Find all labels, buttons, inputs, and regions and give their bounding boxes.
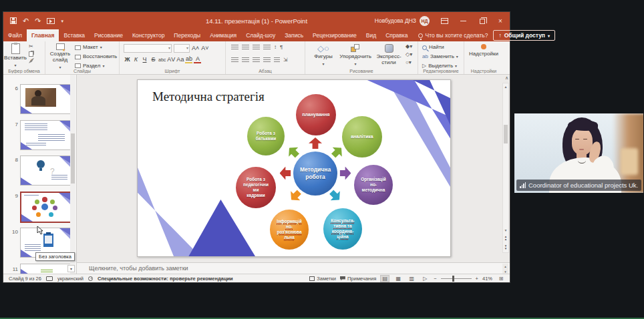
replace-button[interactable]: abЗаменить▾ [422, 53, 458, 61]
tab-slideshow[interactable]: Слайд-шоу [241, 29, 280, 41]
scroll-down-icon[interactable]: ▼ [503, 227, 508, 234]
columns-icon[interactable] [274, 57, 280, 63]
bubble-consultative[interactable]: Консульта- тивна та координа- ційна [323, 208, 362, 250]
zoom-out-icon[interactable]: − [434, 276, 436, 282]
bold-button[interactable]: Ж [124, 57, 131, 63]
slide-title[interactable]: Методична стратегія [152, 89, 265, 104]
text-shadow-button[interactable]: abc [158, 57, 166, 62]
webcam-overlay[interactable]: Coordinator of educational projects Uk..… [514, 113, 643, 193]
zoom-slider[interactable] [441, 278, 472, 279]
decrease-indent-icon[interactable] [253, 45, 260, 51]
shape-outline-icon[interactable]: ◇▾ [406, 52, 412, 58]
align-left-icon[interactable] [231, 57, 238, 63]
reset-button[interactable]: Восстановить [75, 53, 117, 61]
ribbon-display-options-button[interactable] [435, 12, 454, 29]
start-slideshow-icon[interactable] [47, 18, 55, 24]
zoom-slider-thumb[interactable] [452, 276, 454, 282]
bubble-planning[interactable]: планування [296, 94, 336, 135]
accessibility-status[interactable]: Специальные возможности: проверьте реком… [98, 276, 233, 282]
increase-font-icon[interactable]: А˄ [192, 45, 199, 51]
slide-thumbnail-7[interactable] [20, 120, 71, 150]
numbering-icon[interactable] [242, 45, 249, 51]
tab-help[interactable]: Справка [381, 29, 412, 41]
font-size-combobox[interactable] [174, 44, 190, 53]
italic-button[interactable]: К [132, 57, 140, 63]
underline-button[interactable]: Ч [141, 57, 148, 63]
undo-icon[interactable]: ↶ [23, 17, 29, 25]
align-center-icon[interactable] [242, 57, 249, 63]
thumbnail-pane-collapse-icon[interactable]: ▾ [67, 265, 75, 272]
addins-button[interactable]: Надстройки [464, 41, 503, 57]
language-label[interactable]: украинский [57, 276, 84, 282]
notes-toggle-button[interactable]: Заметки [309, 276, 336, 282]
tab-transitions[interactable]: Переходы [169, 29, 205, 41]
format-painter-icon[interactable] [29, 58, 34, 63]
redo-icon[interactable]: ↷ [35, 17, 41, 25]
account-chip[interactable]: Новбудова ДНЗ НД [369, 16, 435, 26]
share-button[interactable]: ↑ Общий доступ ▾ [493, 30, 555, 41]
shape-effects-icon[interactable]: ○▾ [406, 60, 412, 66]
change-case-button[interactable]: Аа [176, 57, 184, 63]
minimize-button[interactable] [454, 12, 472, 29]
slide-thumbnail-9-current[interactable] [20, 192, 71, 223]
comments-toggle-button[interactable]: Примечания [340, 276, 376, 282]
slide-thumbnail-6[interactable] [20, 84, 71, 114]
notes-scroll-up-icon[interactable]: ▴ [502, 264, 508, 269]
tab-record[interactable]: Запись [280, 29, 308, 41]
text-direction-icon[interactable]: ¶ [280, 45, 283, 51]
tab-draw[interactable]: Рисование [90, 29, 128, 41]
slide-page[interactable]: Методична стратегія планування аналітика… [137, 79, 451, 257]
bullets-icon[interactable] [231, 45, 238, 51]
customize-qat-icon[interactable]: ▾ [61, 19, 63, 23]
vertical-scrollbar[interactable]: ▲ ▼ ▲▲ ▼▼ [502, 83, 509, 253]
next-slide-button[interactable]: ▼▼ [503, 244, 508, 252]
restore-button[interactable] [472, 12, 491, 29]
bubble-pedagogical-staff[interactable]: Робота з педагогічни ми кадрами [236, 167, 276, 208]
align-right-icon[interactable] [253, 57, 260, 63]
font-name-combobox[interactable] [124, 44, 172, 53]
bubble-informational[interactable]: Інформацій но- роз'яснюва льна [270, 210, 309, 250]
tab-insert[interactable]: Вставка [59, 29, 90, 41]
scroll-up-icon[interactable]: ▲ [503, 83, 508, 90]
notes-pane[interactable]: Щелкните, чтобы добавить заметки ▴ ▾ [77, 262, 510, 274]
slide-thumbnail-8[interactable]: ? [20, 155, 71, 186]
character-spacing-button[interactable]: АV [167, 57, 175, 63]
copy-icon[interactable] [29, 51, 33, 57]
decrease-font-icon[interactable]: А˅ [201, 45, 208, 51]
zoom-in-icon[interactable]: + [476, 276, 478, 282]
slideshow-view-button[interactable]: ▷ [420, 275, 430, 282]
find-button[interactable]: Найти [422, 44, 458, 51]
close-button[interactable]: × [491, 12, 510, 29]
increase-indent-icon[interactable] [263, 45, 271, 51]
strikethrough-button[interactable]: S [150, 57, 157, 63]
tab-home[interactable]: Главная [27, 29, 59, 41]
reading-view-button[interactable]: ▥ [407, 275, 416, 282]
quick-styles-button[interactable]: Экспресс- стили [375, 42, 403, 66]
tab-view[interactable]: Вид [361, 29, 381, 41]
tab-review[interactable]: Рецензирование [308, 29, 361, 41]
tab-animations[interactable]: Анимация [205, 29, 241, 41]
fit-to-window-icon[interactable]: ⊞ [496, 275, 506, 282]
justify-icon[interactable] [263, 57, 271, 63]
line-spacing-icon[interactable]: ↕ [274, 45, 277, 51]
keyboard-language-icon[interactable] [46, 276, 53, 281]
bubble-organizational[interactable]: Організацій но- методична [354, 165, 393, 205]
shape-fill-icon[interactable]: ◆▾ [406, 44, 412, 50]
bubble-analytics[interactable]: аналітика [342, 116, 382, 157]
scrollbar-thumb[interactable] [504, 125, 508, 143]
slide-sorter-view-button[interactable]: ▦ [393, 275, 403, 282]
font-color-button[interactable]: А [194, 56, 201, 63]
tab-file[interactable]: Файл [3, 29, 27, 41]
normal-view-button[interactable]: ▤ [380, 275, 389, 282]
bubble-center-methodical-work[interactable]: Методична робота [293, 151, 337, 196]
notes-placeholder[interactable]: Щелкните, чтобы добавить заметки [89, 265, 188, 272]
highlight-color-button[interactable]: ab [185, 56, 192, 63]
bubble-parents[interactable]: Робота з батьками [247, 117, 285, 155]
previous-slide-button[interactable]: ▲▲ [503, 234, 508, 243]
layout-button[interactable]: Макет▾ [75, 44, 117, 51]
tab-design[interactable]: Конструктор [128, 29, 169, 41]
zoom-level[interactable]: 41% [482, 276, 492, 282]
slide-thumbnail-11[interactable] [20, 264, 71, 274]
collapse-ribbon-icon[interactable]: ∧ [505, 75, 508, 81]
thumbnail-scrollbar[interactable] [70, 75, 75, 274]
